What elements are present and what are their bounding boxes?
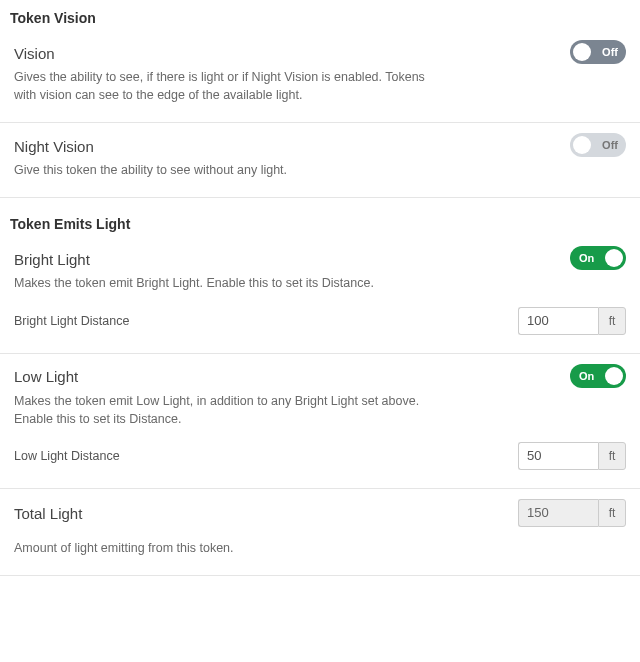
- total-light-unit: ft: [598, 499, 626, 527]
- toggle-knob: [605, 249, 623, 267]
- total-light-group: ft: [518, 499, 626, 527]
- night-vision-label: Night Vision: [14, 134, 94, 157]
- low-light-description: Makes the token emit Low Light, in addit…: [14, 392, 434, 428]
- bright-light-distance-group: ft: [518, 307, 626, 335]
- bright-light-description: Makes the token emit Bright Light. Enabl…: [14, 274, 434, 292]
- night-vision-description: Give this token the ability to see witho…: [14, 161, 434, 179]
- vision-toggle-state: Off: [602, 40, 618, 64]
- total-light-description: Amount of light emitting from this token…: [14, 539, 434, 557]
- section-night-vision: Night Vision Off Give this token the abi…: [0, 123, 640, 198]
- toggle-knob: [573, 43, 591, 61]
- bright-light-distance-unit: ft: [598, 307, 626, 335]
- bright-light-label: Bright Light: [14, 247, 90, 270]
- vision-description: Gives the ability to see, if there is li…: [14, 68, 434, 104]
- low-light-distance-label: Low Light Distance: [14, 449, 120, 463]
- section-bright-light: Bright Light On Makes the token emit Bri…: [0, 236, 640, 353]
- total-light-value: [518, 499, 598, 527]
- group-title-token-vision: Token Vision: [0, 0, 640, 30]
- bright-light-distance-label: Bright Light Distance: [14, 314, 129, 328]
- night-vision-toggle[interactable]: Off: [570, 133, 626, 157]
- total-light-label: Total Light: [14, 501, 82, 524]
- toggle-knob: [605, 367, 623, 385]
- low-light-distance-input[interactable]: [518, 442, 598, 470]
- vision-label: Vision: [14, 41, 55, 64]
- night-vision-toggle-state: Off: [602, 133, 618, 157]
- toggle-knob: [573, 136, 591, 154]
- low-light-toggle-state: On: [579, 364, 594, 388]
- section-low-light: Low Light On Makes the token emit Low Li…: [0, 354, 640, 489]
- group-title-token-emits-light: Token Emits Light: [0, 198, 640, 236]
- bright-light-toggle-state: On: [579, 246, 594, 270]
- section-vision: Vision Off Gives the ability to see, if …: [0, 30, 640, 123]
- low-light-distance-unit: ft: [598, 442, 626, 470]
- bright-light-distance-input[interactable]: [518, 307, 598, 335]
- low-light-distance-group: ft: [518, 442, 626, 470]
- vision-toggle[interactable]: Off: [570, 40, 626, 64]
- low-light-label: Low Light: [14, 364, 78, 387]
- bright-light-toggle[interactable]: On: [570, 246, 626, 270]
- low-light-toggle[interactable]: On: [570, 364, 626, 388]
- section-total-light: Total Light ft Amount of light emitting …: [0, 489, 640, 576]
